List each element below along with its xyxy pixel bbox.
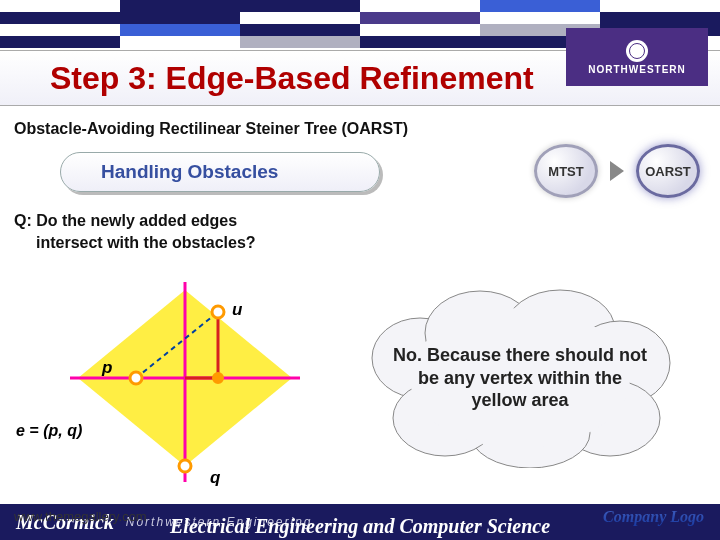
label-u: u: [232, 300, 242, 320]
label-q: q: [210, 468, 220, 488]
slide-title: Step 3: Edge-Based Refinement: [50, 60, 534, 97]
source-url-link[interactable]: www.themegallery.com: [14, 509, 147, 524]
stage-mtst: MTST: [534, 144, 598, 198]
svg-point-8: [213, 373, 223, 383]
answer-callout: No. Because there should not be any vert…: [360, 288, 680, 468]
svg-point-7: [212, 306, 224, 318]
university-seal-icon: [626, 40, 648, 62]
svg-point-6: [130, 372, 142, 384]
stage-breadcrumb: MTST OARST: [534, 144, 700, 198]
question-line2: intersect with the obstacles?: [14, 232, 256, 254]
footer-department: Electrical Engineering and Computer Scie…: [170, 515, 550, 538]
answer-text: No. Because there should not be any vert…: [360, 288, 680, 468]
label-p: p: [102, 358, 112, 378]
logo-text: NORTHWESTERN: [588, 64, 686, 75]
question-text: Q: Do the newly added edges intersect wi…: [14, 210, 256, 253]
chevron-right-icon: [610, 161, 624, 181]
stage-oarst: OARST: [636, 144, 700, 198]
company-logo-placeholder: Company Logo: [603, 508, 704, 526]
label-e: e = (p, q): [16, 422, 82, 440]
slide-subtitle: Obstacle-Avoiding Rectilinear Steiner Tr…: [14, 120, 408, 138]
svg-point-9: [179, 460, 191, 472]
section-heading: Handling Obstacles: [60, 152, 380, 192]
geometry-diagram: u p q e = (p, q): [70, 282, 300, 482]
question-line1: Q: Do the newly added edges: [14, 210, 256, 232]
northwestern-logo: NORTHWESTERN: [566, 28, 708, 86]
